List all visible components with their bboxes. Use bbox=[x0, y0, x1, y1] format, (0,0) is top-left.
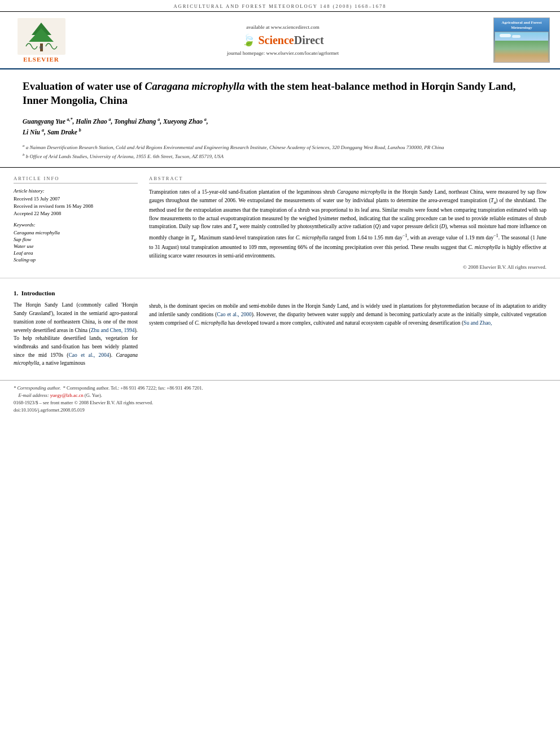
article-info-header: ARTICLE INFO bbox=[14, 176, 138, 184]
keyword-1: Caragana microphylla bbox=[14, 230, 138, 235]
article-info-col: ARTICLE INFO Article history: Received 1… bbox=[14, 176, 138, 270]
body-right-col: shrub, is the dominant species on mobile… bbox=[149, 290, 546, 372]
main-body: 1. Introduction The Horqin Sandy Land (c… bbox=[0, 278, 560, 380]
journal-cover: Agricultural and Forest Meteorology bbox=[493, 18, 550, 63]
keyword-4: Leaf area bbox=[14, 250, 138, 256]
footer-doi: doi:10.1016/j.agrformet.2008.05.019 bbox=[14, 407, 546, 413]
intro-left-text: The Horqin Sandy Land (commonly called '… bbox=[14, 301, 138, 368]
elsevier-logo: ELSEVIER bbox=[10, 18, 72, 63]
intro-title: 1. Introduction bbox=[14, 290, 138, 296]
banner: ELSEVIER available at www.sciencedirect.… bbox=[0, 12, 560, 69]
ref-su-zhao[interactable]: Su and Zhao, bbox=[463, 320, 492, 326]
revised-date: Received in revised form 16 May 2008 bbox=[14, 203, 138, 209]
footer: * Corresponding author. * Corresponding … bbox=[0, 380, 560, 419]
keyword-2: Sap flow bbox=[14, 237, 138, 242]
corresponding-contact: * Corresponding author. Tel.: +86 931 49… bbox=[63, 385, 203, 391]
copyright-text: © 2008 Elsevier B.V. All rights reserved… bbox=[149, 264, 546, 270]
intro-right-text: shrub, is the dominant species on mobile… bbox=[149, 302, 546, 327]
abstract-col: ABSTRACT Transpiration rates of a 15-yea… bbox=[149, 176, 546, 270]
article-title: Evaluation of water use of Caragana micr… bbox=[23, 80, 537, 107]
corresponding-label: * Corresponding author. bbox=[14, 385, 61, 391]
elsevier-label: ELSEVIER bbox=[23, 56, 59, 63]
banner-center: available at www.sciencedirect.com 🍃 Sci… bbox=[72, 24, 493, 56]
footer-email-line: E-mail address: yuegy@lzb.ac.cn (G. Yue)… bbox=[14, 392, 546, 398]
journal-homepage: journal homepage: www.elsevier.com/locat… bbox=[72, 50, 493, 56]
journal-header-text: AGRICULTURAL AND FOREST METEOROLOGY 148 … bbox=[173, 3, 386, 9]
sd-leaf-icon: 🍃 bbox=[242, 33, 256, 47]
article-info-abstract-section: ARTICLE INFO Article history: Received 1… bbox=[0, 168, 560, 278]
available-text: available at www.sciencedirect.com bbox=[72, 24, 493, 30]
cover-image bbox=[495, 32, 549, 61]
email-label: E-mail address: bbox=[19, 392, 49, 398]
article-title-section: Evaluation of water use of Caragana micr… bbox=[0, 69, 560, 168]
keyword-5: Scaling-up bbox=[14, 257, 138, 263]
intro-number: 1. bbox=[14, 290, 18, 296]
ref-zhu-chen[interactable]: Zhu and Chen, 1994 bbox=[91, 327, 135, 333]
doi-text: doi:10.1016/j.agrformet.2008.05.019 bbox=[14, 407, 85, 413]
keyword-3: Water use bbox=[14, 243, 138, 249]
elsevier-tree-icon bbox=[18, 18, 65, 55]
sciencedirect-logo: 🍃 ScienceDirect bbox=[72, 33, 493, 47]
email-person: (G. Yue). bbox=[85, 392, 102, 398]
keywords-label: Keywords: bbox=[14, 222, 138, 228]
ref-cao-2000[interactable]: Cao et al., 2000 bbox=[217, 312, 251, 317]
ref-cao-2004[interactable]: Cao et al., 2004 bbox=[68, 352, 109, 358]
abstract-text: Transpiration rates of a 15-year-old san… bbox=[149, 188, 546, 260]
intro-heading: Introduction bbox=[21, 290, 55, 296]
abstract-header: ABSTRACT bbox=[149, 176, 546, 184]
affiliations: a a Naiman Desertification Research Stat… bbox=[23, 143, 537, 160]
accepted-date: Accepted 22 May 2008 bbox=[14, 211, 138, 216]
body-left-col: 1. Introduction The Horqin Sandy Land (c… bbox=[14, 290, 138, 372]
authors: Guangyang Yue a,*, Halin Zhao a, Tonghui… bbox=[23, 116, 537, 137]
footer-corresponding: * Corresponding author. * Corresponding … bbox=[14, 385, 546, 391]
cover-title: Agricultural and Forest Meteorology bbox=[496, 20, 547, 30]
journal-header: AGRICULTURAL AND FOREST METEOROLOGY 148 … bbox=[0, 0, 560, 12]
sciencedirect-text: ScienceDirect bbox=[258, 34, 323, 47]
received-date: Received 15 July 2007 bbox=[14, 196, 138, 202]
svg-point-4 bbox=[40, 46, 43, 49]
footer-issn: 0168-1923/$ – see front matter © 2008 El… bbox=[14, 400, 546, 405]
email-link[interactable]: yuegy@lzb.ac.cn bbox=[50, 392, 84, 398]
history-label: Article history: bbox=[14, 188, 138, 194]
